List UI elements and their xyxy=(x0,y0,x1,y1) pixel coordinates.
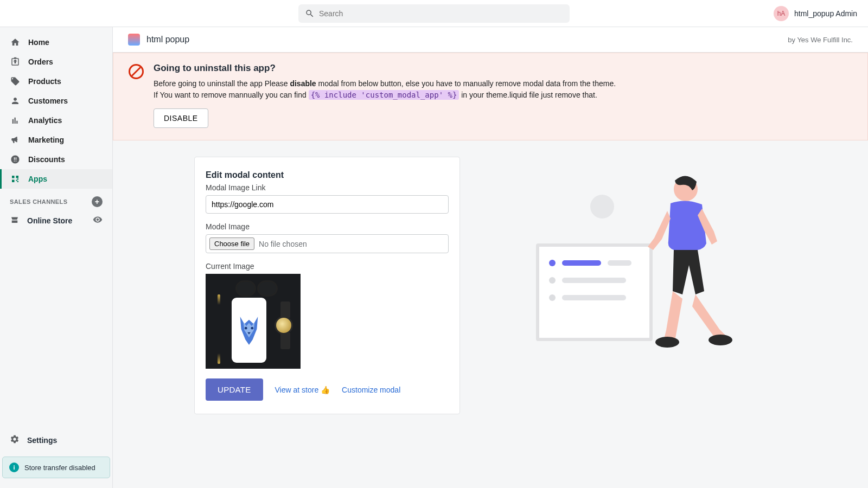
sidebar-item-label: Orders xyxy=(28,57,53,66)
sidebar-item-analytics[interactable]: Analytics xyxy=(0,111,112,130)
uninstall-warning: Going to uninstall this app? Before goin… xyxy=(113,53,868,140)
sidebar-item-discounts[interactable]: Discounts xyxy=(0,150,112,169)
section-label: SALES CHANNELS xyxy=(10,198,67,205)
disable-button[interactable]: DISABLE xyxy=(154,108,208,128)
watch-graphic xyxy=(275,316,293,335)
image-link-input[interactable] xyxy=(206,195,449,214)
phone-graphic xyxy=(232,298,266,363)
app-logo-icon xyxy=(128,34,140,46)
add-channel-button[interactable]: + xyxy=(92,196,103,207)
sidebar-item-home[interactable]: Home xyxy=(0,33,112,52)
warning-title: Going to uninstall this app? xyxy=(154,63,616,74)
edit-modal-card: Edit modal content Modal Image Link Mode… xyxy=(194,157,460,414)
settings-label: Settings xyxy=(27,436,57,445)
app-vendor: by Yes We Fulfill Inc. xyxy=(788,36,853,44)
discount-icon xyxy=(10,154,21,165)
sidebar-item-label: Analytics xyxy=(28,116,62,125)
avatar: hA xyxy=(774,6,789,21)
svg-point-1 xyxy=(251,327,253,330)
file-status-text: No file chosen xyxy=(259,240,307,248)
form-heading: Edit modal content xyxy=(206,170,449,180)
tag-icon xyxy=(10,76,21,87)
sun-graphic xyxy=(590,195,614,219)
sidebar-item-label: Apps xyxy=(28,175,47,183)
svg-point-3 xyxy=(709,335,732,345)
model-image-label: Model Image xyxy=(206,222,449,231)
orders-icon xyxy=(10,56,21,67)
home-icon xyxy=(10,37,21,48)
sidebar-item-label: Customers xyxy=(28,97,68,105)
megaphone-icon xyxy=(10,134,21,145)
sidebar-item-orders[interactable]: Orders xyxy=(0,52,112,72)
person-icon xyxy=(10,95,21,106)
info-icon: i xyxy=(9,463,19,472)
user-name: html_popup Admin xyxy=(794,9,857,18)
app-title: html popup xyxy=(146,35,189,44)
search-icon xyxy=(305,9,315,18)
sidebar-item-marketing[interactable]: Marketing xyxy=(0,130,112,150)
pen-graphic xyxy=(218,294,220,364)
channel-label: Online Store xyxy=(27,216,72,225)
person-graphic xyxy=(643,173,736,352)
sidebar: Home Orders Products Customers Analytics… xyxy=(0,27,113,488)
sidebar-item-apps[interactable]: Apps xyxy=(0,169,112,189)
svg-point-0 xyxy=(245,327,247,330)
wolf-art-icon xyxy=(236,314,262,346)
sidebar-item-online-store[interactable]: Online Store xyxy=(0,210,112,230)
sidebar-item-label: Products xyxy=(28,77,61,86)
top-bar: hA html_popup Admin xyxy=(0,0,868,27)
sidebar-item-settings[interactable]: Settings xyxy=(0,427,112,453)
list-panel-graphic xyxy=(536,243,653,341)
warning-line-1: Before going to uninstall the app Please… xyxy=(154,78,616,89)
sidebar-item-label: Home xyxy=(28,38,49,47)
file-input-row[interactable]: Choose file No file chosen xyxy=(206,234,449,253)
image-link-label: Modal Image Link xyxy=(206,183,449,192)
prohibit-icon xyxy=(129,64,144,79)
update-button[interactable]: UPDATE xyxy=(206,378,263,401)
search-container xyxy=(298,4,570,23)
transfer-notice-text: Store transfer disabled xyxy=(24,464,95,472)
customize-modal-link[interactable]: Customize modal xyxy=(342,386,400,394)
view-at-store-link[interactable]: View at store 👍 xyxy=(275,386,330,394)
liquid-code-snippet: {% include 'custom_modal_app' %} xyxy=(309,90,459,100)
store-icon xyxy=(10,215,20,226)
sidebar-item-products[interactable]: Products xyxy=(0,72,112,91)
glasses-graphic xyxy=(235,280,278,293)
preview-icon[interactable] xyxy=(93,215,103,226)
user-block[interactable]: hA html_popup Admin xyxy=(774,6,857,21)
search-input[interactable] xyxy=(319,9,563,18)
warning-line-2: If You want to remove mannually you can … xyxy=(154,89,616,101)
apps-icon xyxy=(10,174,21,184)
choose-file-button[interactable]: Choose file xyxy=(209,237,254,250)
sales-channels-header: SALES CHANNELS + xyxy=(0,189,112,210)
store-transfer-notice: i Store transfer disabled xyxy=(2,457,110,478)
search-box[interactable] xyxy=(298,4,570,23)
main-content: html popup by Yes We Fulfill Inc. Going … xyxy=(113,27,868,488)
gear-icon xyxy=(10,434,20,446)
current-image-preview xyxy=(206,274,301,369)
sidebar-item-customers[interactable]: Customers xyxy=(0,91,112,111)
current-image-label: Current Image xyxy=(206,262,449,271)
illustration xyxy=(520,195,748,390)
sidebar-item-label: Marketing xyxy=(28,136,64,144)
svg-point-4 xyxy=(655,337,679,348)
sidebar-item-label: Discounts xyxy=(28,155,65,164)
analytics-icon xyxy=(10,115,21,126)
app-header: html popup by Yes We Fulfill Inc. xyxy=(113,27,868,53)
